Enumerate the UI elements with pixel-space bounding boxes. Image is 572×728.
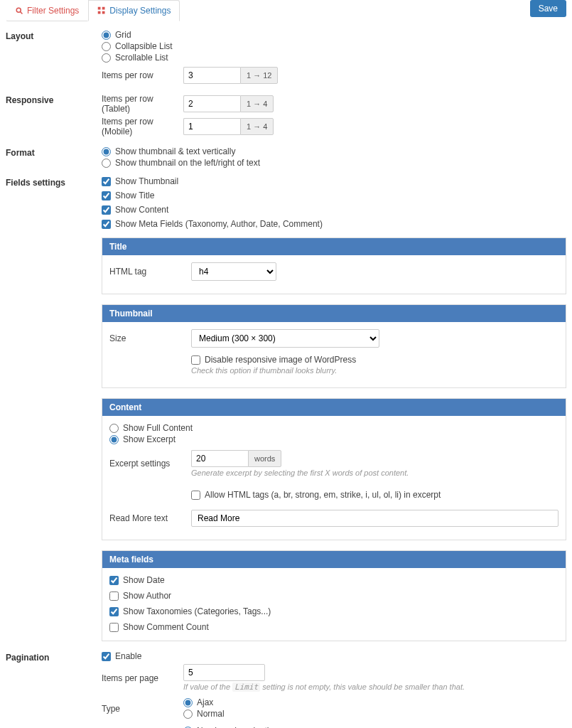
show-excerpt-radio[interactable]: [109, 435, 119, 444]
excerpt-words-suffix: words: [248, 450, 281, 467]
pagination-type-label: Type: [102, 704, 183, 714]
pagination-ajax-label: Ajax: [197, 697, 213, 707]
svg-rect-4: [98, 11, 101, 14]
show-date-label: Show Date: [123, 575, 165, 585]
tab-filter-label: Filter Settings: [27, 6, 79, 16]
title-panel-header: Title: [102, 238, 566, 255]
show-meta-label: Show Meta Fields (Taxonomy, Author, Date…: [115, 219, 323, 229]
show-author-check[interactable]: [109, 592, 119, 601]
pagination-enable-check[interactable]: [102, 652, 111, 661]
disable-responsive-label: Disable responsive image of WordPress: [205, 355, 356, 365]
html-tag-select[interactable]: h4: [191, 262, 276, 281]
save-button[interactable]: Save: [530, 0, 566, 17]
tablet-label: Items per row (Tablet): [102, 94, 183, 114]
show-full-radio[interactable]: [109, 424, 119, 433]
svg-rect-2: [98, 7, 101, 10]
pagination-enable-label: Enable: [115, 651, 141, 661]
content-panel-header: Content: [102, 399, 566, 416]
tab-display-label: Display Settings: [109, 6, 171, 16]
readmore-label: Read More text: [109, 513, 191, 523]
pagination-heading: Pagination: [6, 651, 102, 663]
thumb-size-label: Size: [109, 333, 191, 343]
show-author-label: Show Author: [123, 591, 171, 601]
format-heading: Format: [6, 146, 102, 158]
items-per-row-label: Items per row: [102, 70, 183, 80]
items-per-page-input[interactable]: [183, 664, 265, 681]
show-thumbnail-label: Show Thumbnail: [115, 176, 178, 186]
title-panel: Title HTML tag h4: [102, 237, 566, 294]
mobile-label: Items per row (Mobile): [102, 117, 183, 136]
thumb-hint: Check this option if thumbnail looks blu…: [191, 366, 356, 375]
grid-icon: [97, 6, 106, 15]
show-tax-check[interactable]: [109, 607, 119, 616]
show-title-label: Show Title: [115, 191, 154, 200]
tablet-range: 1 → 4: [240, 95, 274, 112]
layout-grid-radio[interactable]: [102, 31, 111, 40]
items-per-row-range: 1 → 12: [240, 67, 278, 84]
mobile-range: 1 → 4: [240, 118, 274, 135]
svg-point-0: [16, 8, 21, 12]
thumbnail-panel: Thumbnail Size Medium (300 × 300) Disabl…: [102, 304, 566, 388]
excerpt-words-input[interactable]: [191, 450, 248, 467]
excerpt-hint: Generate excerpt by selecting the first …: [191, 469, 409, 477]
meta-panel-header: Meta fields: [102, 551, 566, 568]
show-title-check[interactable]: [102, 191, 111, 200]
show-meta-check[interactable]: [102, 220, 111, 229]
show-tax-label: Show Taxonomies (Categories, Tags...): [123, 606, 271, 616]
readmore-input[interactable]: [191, 510, 558, 527]
meta-panel: Meta fields Show Date Show Author Show T…: [102, 550, 566, 641]
pagination-normal-label: Normal: [197, 709, 225, 719]
tab-filter-settings[interactable]: Filter Settings: [6, 0, 88, 21]
svg-rect-3: [102, 7, 105, 10]
pagination-ajax-radio[interactable]: [183, 698, 193, 707]
show-content-check[interactable]: [102, 205, 111, 215]
responsive-heading: Responsive: [6, 94, 102, 105]
items-per-row-input[interactable]: [183, 67, 240, 84]
svg-line-1: [21, 12, 23, 14]
tabs: Filter Settings Display Settings: [6, 0, 180, 21]
layout-grid-label: Grid: [115, 30, 131, 40]
thumbnail-panel-header: Thumbnail: [102, 305, 566, 322]
format-vertical-label: Show thumbnail & text vertically: [115, 146, 235, 156]
layout-collapsible-radio[interactable]: [102, 42, 111, 51]
svg-rect-5: [102, 11, 105, 14]
html-tag-label: HTML tag: [109, 267, 191, 277]
pagination-normal-radio[interactable]: [183, 710, 193, 719]
search-icon: [15, 6, 23, 15]
show-content-label: Show Content: [115, 205, 168, 215]
tablet-input[interactable]: [183, 95, 240, 112]
disable-responsive-check[interactable]: [191, 355, 200, 365]
fields-heading: Fields settings: [6, 176, 102, 188]
show-excerpt-label: Show Excerpt: [123, 434, 176, 444]
format-side-radio[interactable]: [102, 159, 111, 168]
show-comment-check[interactable]: [109, 623, 119, 632]
show-thumbnail-check[interactable]: [102, 177, 111, 186]
layout-heading: Layout: [6, 30, 102, 41]
items-per-page-hint: If value of the Limit setting is not emp…: [183, 682, 465, 692]
thumb-size-select[interactable]: Medium (300 × 300): [191, 329, 379, 348]
layout-collapsible-label: Collapsible List: [115, 41, 173, 51]
format-vertical-radio[interactable]: [102, 147, 111, 156]
show-date-check[interactable]: [109, 576, 119, 585]
layout-scrollable-radio[interactable]: [102, 53, 111, 63]
allow-html-check[interactable]: [191, 491, 200, 500]
show-comment-label: Show Comment Count: [123, 622, 209, 632]
items-per-page-label: Items per page: [102, 673, 183, 683]
layout-scrollable-label: Scrollable List: [115, 53, 168, 63]
allow-html-label: Allow HTML tags (a, br, strong, em, stri…: [205, 490, 441, 500]
mobile-input[interactable]: [183, 118, 240, 135]
excerpt-settings-label: Excerpt settings: [109, 459, 191, 469]
format-side-label: Show thumbnail on the left/right of text: [115, 158, 260, 168]
tab-display-settings[interactable]: Display Settings: [88, 0, 180, 21]
content-panel: Content Show Full Content Show Excerpt E…: [102, 398, 566, 540]
show-full-label: Show Full Content: [123, 423, 193, 433]
